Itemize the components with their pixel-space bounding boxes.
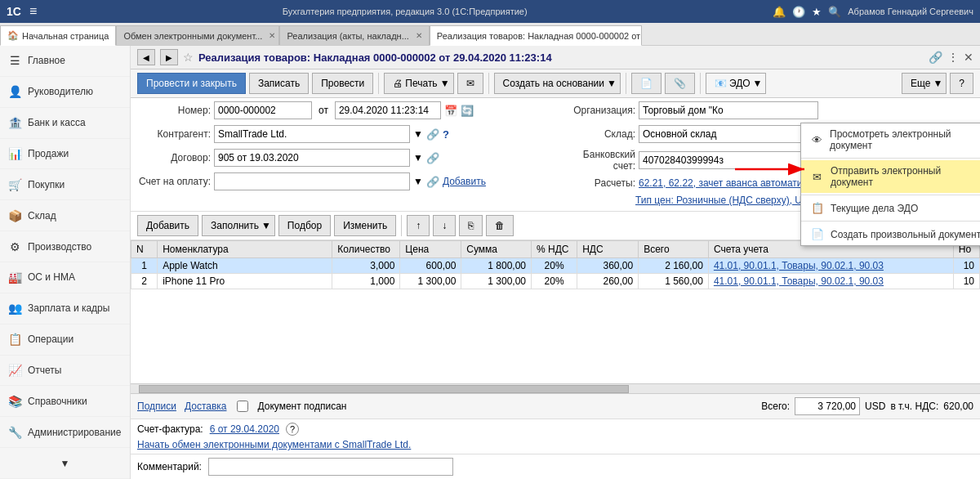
number-input[interactable] [214, 101, 312, 119]
edo-start-link[interactable]: Начать обмен электронными документами с … [137, 439, 411, 450]
table-fill-button[interactable]: Заполнить ▼ [202, 215, 275, 236]
items-table: N Номенклатура Количество Цена Сумма % Н… [131, 240, 980, 289]
add-settlements-link[interactable]: Добавить [443, 176, 486, 187]
document-toolbar: Провести и закрыть Записать Провести 🖨 П… [131, 69, 980, 98]
settlements-link[interactable]: 62.21, 62.22, зачет аванса автоматически [639, 177, 827, 189]
table-delete-button[interactable]: 🗑 [486, 215, 514, 236]
col-total: Всего [639, 241, 709, 258]
table-add-button[interactable]: Добавить [137, 215, 198, 236]
nav-forward-button[interactable]: ▶ [160, 49, 178, 65]
close-doc-icon[interactable]: ✕ [964, 51, 973, 64]
table-copy-button[interactable]: ⎘ [459, 215, 483, 236]
nav-back-button[interactable]: ◀ [137, 49, 155, 65]
content-area: ◀ ▶ ☆ Реализация товаров: Накладная 0000… [131, 46, 980, 479]
sidebar-item-reference[interactable]: 📚 Справочники [0, 386, 130, 417]
cell-name: iPhone 11 Pro [158, 274, 332, 289]
contractor-input[interactable] [214, 125, 410, 143]
search-icon[interactable]: 🔍 [828, 6, 841, 18]
tab-sales1[interactable]: Реализация (акты, накладн... ✕ [279, 25, 429, 45]
sidebar-item-salary[interactable]: 👥 Зарплата и кадры [0, 293, 130, 325]
contract-input[interactable] [214, 149, 410, 167]
print-button[interactable]: 🖨 Печать ▼ [384, 73, 453, 94]
doc-icon1-button[interactable]: 📄 [631, 73, 662, 94]
menu-item-send[interactable]: ✉ Отправить электронный документ [801, 160, 980, 193]
sidebar-item-main[interactable]: ☰ Главное [0, 46, 130, 77]
total-input[interactable] [795, 397, 860, 415]
create-doc-icon: 📄 [811, 228, 824, 240]
sidebar-item-production[interactable]: ⚙ Производство [0, 231, 130, 262]
doc-icon2-button[interactable]: 📎 [665, 73, 695, 94]
help-button[interactable]: ? [950, 73, 973, 94]
date-input[interactable] [335, 101, 441, 119]
org-input[interactable] [639, 101, 818, 119]
table-row[interactable]: 2 iPhone 11 Pro 1,000 1 300,00 1 300,00 … [131, 274, 980, 289]
table-change-button[interactable]: Изменить [334, 215, 396, 236]
sidebar-item-admin[interactable]: 🔧 Администрирование [0, 417, 130, 448]
edo-button[interactable]: 📧 ЭДО ▼ [706, 73, 767, 94]
bank-input[interactable] [639, 151, 818, 169]
table-move-up-button[interactable]: ↑ [407, 215, 430, 236]
comment-input[interactable] [208, 458, 453, 476]
payment-account-link-icon[interactable]: 🔗 [426, 176, 439, 188]
tab-home-label: Начальная страница [22, 31, 109, 41]
print-chevron: ▼ [440, 78, 450, 89]
table-move-down-button[interactable]: ↓ [433, 215, 456, 236]
contractor-select-icon[interactable]: ▼ [413, 128, 423, 140]
sidebar-expand[interactable]: ▼ [0, 448, 130, 479]
bottom-bar: Подписи Доставка Документ подписан Всего… [131, 393, 980, 419]
warehouse-input[interactable] [639, 125, 818, 143]
tab-home[interactable]: 🏠 Начальная страница [0, 25, 116, 46]
sidebar-item-sales[interactable]: 📊 Продажи [0, 139, 130, 170]
sidebar-item-os[interactable]: 🏭 ОС и НМА [0, 262, 130, 293]
operations-icon: 📋 [7, 333, 23, 346]
menu-item-current[interactable]: 📋 Текущие дела ЭДО [801, 197, 980, 219]
tab-sales2[interactable]: Реализация товаров: Накладная 0000-00000… [430, 25, 642, 46]
sidebar-item-reports[interactable]: 📈 Отчеты [0, 356, 130, 387]
star-icon[interactable]: ★ [812, 6, 822, 18]
horizontal-scrollbar[interactable] [131, 383, 980, 393]
save-button[interactable]: Записать [249, 73, 309, 94]
post-close-button[interactable]: Провести и закрыть [137, 73, 246, 94]
contract-link-icon[interactable]: 🔗 [426, 152, 439, 164]
calendar-icon[interactable]: 📅 [444, 105, 457, 117]
cell-sum: 1 300,00 [461, 274, 532, 289]
tab-edo[interactable]: Обмен электронными документ... ✕ [116, 25, 279, 45]
sidebar-item-purchases[interactable]: 🛒 Покупки [0, 169, 130, 200]
contractor-link-icon[interactable]: 🔗 [426, 128, 439, 141]
menu-item-create[interactable]: 📄 Создать произвольный документ [801, 223, 980, 245]
contractor-help-icon[interactable]: ? [443, 128, 449, 141]
signed-checkbox[interactable] [237, 401, 248, 412]
sidebar-item-bank[interactable]: 🏦 Банк и касса [0, 108, 130, 139]
create-based-button[interactable]: Создать на основании ▼ [494, 73, 621, 94]
history-icon[interactable]: 🕐 [792, 6, 805, 18]
more-button[interactable]: Еще ▼ [902, 73, 947, 94]
scrollbar-thumb[interactable] [139, 385, 629, 393]
favorite-star-icon[interactable]: ☆ [183, 51, 194, 64]
purchases-icon: 🛒 [7, 178, 23, 191]
cell-sum: 1 800,00 [461, 258, 532, 274]
signatures-link[interactable]: Подписи [137, 401, 176, 412]
payment-account-input[interactable] [214, 172, 410, 190]
contract-select-icon[interactable]: ▼ [413, 152, 423, 163]
delivery-link[interactable]: Доставка [185, 401, 227, 412]
invoice-link[interactable]: 6 от 29.04.2020 [210, 423, 279, 435]
bell-icon[interactable]: 🔔 [773, 6, 786, 18]
sidebar-item-warehouse[interactable]: 📦 Склад [0, 200, 130, 231]
form-left: Номер: от 📅 🔄 Контрагент: ▼ 🔗 ? Договор: [137, 101, 549, 209]
link-icon[interactable]: 🔗 [929, 51, 942, 64]
invoice-help-icon[interactable]: ? [286, 423, 299, 436]
table-row[interactable]: 1 Apple Watch 3,000 600,00 1 800,00 20% … [131, 258, 980, 274]
menu-item-view[interactable]: 👁 Просмотреть электронный документ [801, 123, 980, 156]
tab-edo-close[interactable]: ✕ [269, 31, 275, 40]
payment-account-select-icon[interactable]: ▼ [413, 176, 423, 187]
post-button[interactable]: Провести [312, 73, 373, 94]
sidebar-item-operations[interactable]: 📋 Операции [0, 325, 130, 356]
date-extra-icon[interactable]: 🔄 [461, 105, 474, 117]
hamburger-icon[interactable]: ≡ [29, 4, 37, 19]
table-select-button[interactable]: Подбор [278, 215, 331, 236]
sidebar-item-director[interactable]: 👤 Руководителю [0, 77, 130, 108]
tab-sales1-close[interactable]: ✕ [416, 31, 422, 40]
more-icon[interactable]: ⋮ [947, 51, 959, 64]
email-button[interactable]: ✉ [457, 73, 483, 94]
toolbar-separator3 [626, 73, 626, 94]
